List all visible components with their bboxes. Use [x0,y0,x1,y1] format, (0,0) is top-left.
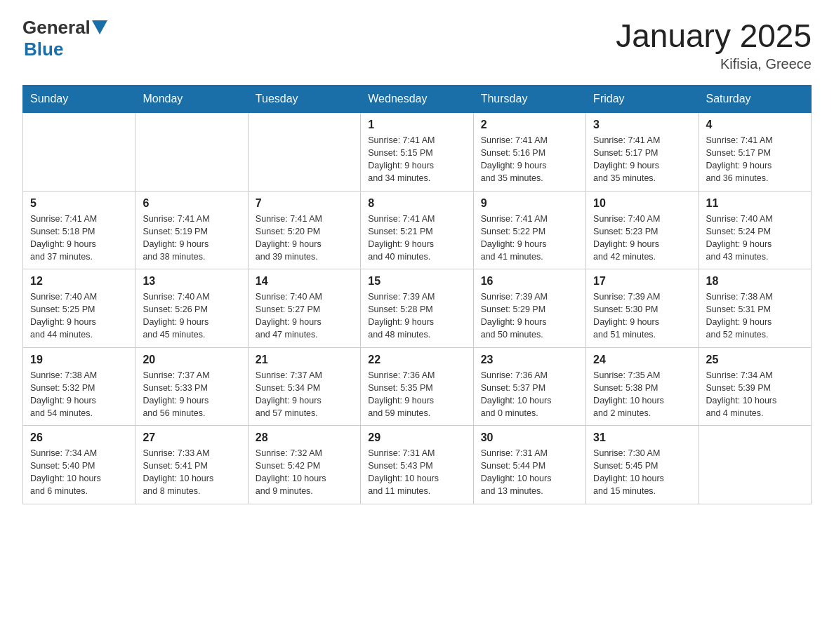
day-info: Sunrise: 7:40 AM Sunset: 5:24 PM Dayligh… [706,213,804,264]
calendar-cell: 24Sunrise: 7:35 AM Sunset: 5:38 PM Dayli… [586,347,699,426]
day-number: 15 [368,275,465,288]
day-info: Sunrise: 7:40 AM Sunset: 5:27 PM Dayligh… [256,290,353,342]
calendar-cell: 15Sunrise: 7:39 AM Sunset: 5:28 PM Dayli… [361,269,473,348]
day-number: 21 [256,354,353,366]
day-info: Sunrise: 7:39 AM Sunset: 5:30 PM Dayligh… [593,290,691,342]
calendar-cell: 5Sunrise: 7:41 AM Sunset: 5:18 PM Daylig… [23,191,135,269]
col-header-thursday: Thursday [473,86,585,113]
calendar-week-row: 26Sunrise: 7:34 AM Sunset: 5:40 PM Dayli… [23,426,812,504]
day-info: Sunrise: 7:34 AM Sunset: 5:40 PM Dayligh… [30,447,128,498]
calendar-cell: 6Sunrise: 7:41 AM Sunset: 5:19 PM Daylig… [135,191,248,269]
calendar-week-row: 5Sunrise: 7:41 AM Sunset: 5:18 PM Daylig… [23,191,812,269]
calendar-cell: 9Sunrise: 7:41 AM Sunset: 5:22 PM Daylig… [473,191,585,269]
day-info: Sunrise: 7:41 AM Sunset: 5:21 PM Dayligh… [368,213,465,264]
col-header-tuesday: Tuesday [248,86,360,113]
day-info: Sunrise: 7:40 AM Sunset: 5:25 PM Dayligh… [30,290,128,342]
day-number: 12 [30,275,128,288]
day-info: Sunrise: 7:36 AM Sunset: 5:37 PM Dayligh… [481,369,578,420]
logo-triangle-icon [92,20,107,34]
col-header-friday: Friday [586,86,699,113]
day-info: Sunrise: 7:41 AM Sunset: 5:19 PM Dayligh… [143,213,240,264]
calendar-cell [248,113,360,192]
day-number: 1 [368,119,465,131]
calendar-cell: 3Sunrise: 7:41 AM Sunset: 5:17 PM Daylig… [586,113,699,192]
day-number: 23 [481,354,578,366]
day-info: Sunrise: 7:41 AM Sunset: 5:22 PM Dayligh… [481,213,578,264]
day-number: 17 [593,275,691,288]
calendar-title: January 2025 [616,17,812,55]
day-info: Sunrise: 7:41 AM Sunset: 5:17 PM Dayligh… [593,134,691,185]
col-header-monday: Monday [135,86,248,113]
calendar-cell: 14Sunrise: 7:40 AM Sunset: 5:27 PM Dayli… [248,269,360,348]
day-info: Sunrise: 7:31 AM Sunset: 5:44 PM Dayligh… [481,447,578,498]
day-info: Sunrise: 7:41 AM Sunset: 5:18 PM Dayligh… [30,213,128,264]
day-info: Sunrise: 7:37 AM Sunset: 5:33 PM Dayligh… [143,369,240,420]
page-header: General Blue January 2025 Kifisia, Greec… [22,17,812,72]
logo-blue-text: Blue [24,39,63,60]
day-info: Sunrise: 7:41 AM Sunset: 5:16 PM Dayligh… [481,134,578,185]
calendar-cell: 25Sunrise: 7:34 AM Sunset: 5:39 PM Dayli… [699,347,811,426]
day-number: 22 [368,354,465,366]
day-number: 14 [256,275,353,288]
day-number: 24 [593,354,691,366]
day-number: 13 [143,275,240,288]
day-number: 6 [143,197,240,210]
calendar-week-row: 12Sunrise: 7:40 AM Sunset: 5:25 PM Dayli… [23,269,812,348]
calendar-cell: 7Sunrise: 7:41 AM Sunset: 5:20 PM Daylig… [248,191,360,269]
day-number: 30 [481,431,578,444]
day-info: Sunrise: 7:40 AM Sunset: 5:23 PM Dayligh… [593,213,691,264]
day-info: Sunrise: 7:32 AM Sunset: 5:42 PM Dayligh… [256,447,353,498]
day-info: Sunrise: 7:37 AM Sunset: 5:34 PM Dayligh… [256,369,353,420]
day-info: Sunrise: 7:38 AM Sunset: 5:32 PM Dayligh… [30,369,128,420]
calendar-cell: 11Sunrise: 7:40 AM Sunset: 5:24 PM Dayli… [699,191,811,269]
day-info: Sunrise: 7:39 AM Sunset: 5:28 PM Dayligh… [368,290,465,342]
calendar-cell: 16Sunrise: 7:39 AM Sunset: 5:29 PM Dayli… [473,269,585,348]
day-number: 29 [368,431,465,444]
day-info: Sunrise: 7:34 AM Sunset: 5:39 PM Dayligh… [706,369,804,420]
calendar-cell: 27Sunrise: 7:33 AM Sunset: 5:41 PM Dayli… [135,426,248,504]
calendar-table: SundayMondayTuesdayWednesdayThursdayFrid… [22,85,812,504]
calendar-cell: 10Sunrise: 7:40 AM Sunset: 5:23 PM Dayli… [586,191,699,269]
calendar-week-row: 19Sunrise: 7:38 AM Sunset: 5:32 PM Dayli… [23,347,812,426]
day-number: 19 [30,354,128,366]
day-number: 11 [706,197,804,210]
calendar-cell: 1Sunrise: 7:41 AM Sunset: 5:15 PM Daylig… [361,113,473,192]
day-number: 18 [706,275,804,288]
day-number: 10 [593,197,691,210]
logo: General Blue [22,17,107,60]
day-number: 25 [706,354,804,366]
calendar-cell: 4Sunrise: 7:41 AM Sunset: 5:17 PM Daylig… [699,113,811,192]
calendar-cell: 19Sunrise: 7:38 AM Sunset: 5:32 PM Dayli… [23,347,135,426]
calendar-cell: 23Sunrise: 7:36 AM Sunset: 5:37 PM Dayli… [473,347,585,426]
day-number: 5 [30,197,128,210]
day-info: Sunrise: 7:41 AM Sunset: 5:20 PM Dayligh… [256,213,353,264]
calendar-cell: 2Sunrise: 7:41 AM Sunset: 5:16 PM Daylig… [473,113,585,192]
svg-marker-0 [92,20,107,34]
day-number: 20 [143,354,240,366]
calendar-cell: 22Sunrise: 7:36 AM Sunset: 5:35 PM Dayli… [361,347,473,426]
day-info: Sunrise: 7:31 AM Sunset: 5:43 PM Dayligh… [368,447,465,498]
calendar-cell: 18Sunrise: 7:38 AM Sunset: 5:31 PM Dayli… [699,269,811,348]
calendar-subtitle: Kifisia, Greece [616,56,812,72]
calendar-cell: 17Sunrise: 7:39 AM Sunset: 5:30 PM Dayli… [586,269,699,348]
calendar-cell: 28Sunrise: 7:32 AM Sunset: 5:42 PM Dayli… [248,426,360,504]
calendar-cell: 30Sunrise: 7:31 AM Sunset: 5:44 PM Dayli… [473,426,585,504]
calendar-cell: 8Sunrise: 7:41 AM Sunset: 5:21 PM Daylig… [361,191,473,269]
calendar-header-row: SundayMondayTuesdayWednesdayThursdayFrid… [23,86,812,113]
day-number: 7 [256,197,353,210]
day-number: 2 [481,119,578,131]
calendar-cell: 20Sunrise: 7:37 AM Sunset: 5:33 PM Dayli… [135,347,248,426]
calendar-cell: 12Sunrise: 7:40 AM Sunset: 5:25 PM Dayli… [23,269,135,348]
calendar-title-area: January 2025 Kifisia, Greece [616,17,812,72]
day-info: Sunrise: 7:38 AM Sunset: 5:31 PM Dayligh… [706,290,804,342]
day-number: 31 [593,431,691,444]
calendar-cell: 29Sunrise: 7:31 AM Sunset: 5:43 PM Dayli… [361,426,473,504]
day-number: 27 [143,431,240,444]
day-info: Sunrise: 7:41 AM Sunset: 5:17 PM Dayligh… [706,134,804,185]
calendar-cell: 21Sunrise: 7:37 AM Sunset: 5:34 PM Dayli… [248,347,360,426]
day-info: Sunrise: 7:33 AM Sunset: 5:41 PM Dayligh… [143,447,240,498]
day-info: Sunrise: 7:41 AM Sunset: 5:15 PM Dayligh… [368,134,465,185]
day-number: 3 [593,119,691,131]
day-number: 26 [30,431,128,444]
col-header-sunday: Sunday [23,86,135,113]
